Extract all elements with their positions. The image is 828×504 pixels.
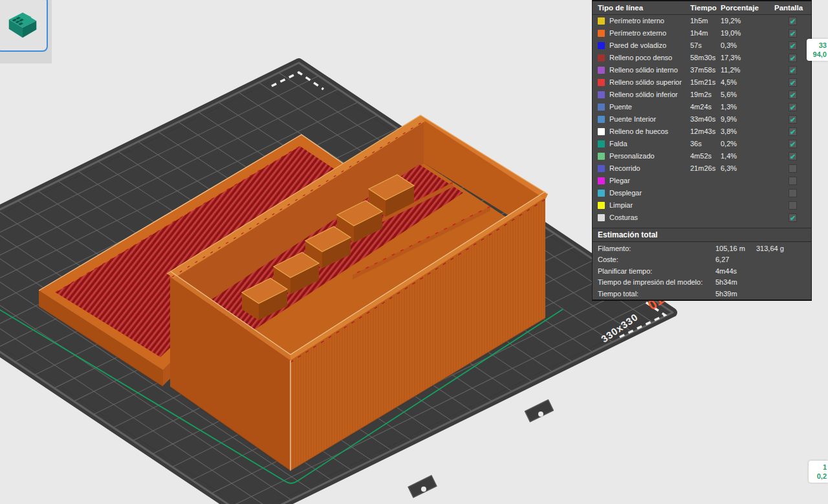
- line-time-value: 37m58s: [690, 64, 715, 76]
- display-checkbox[interactable]: ✔: [789, 78, 797, 87]
- line-time-value: 15m21s: [690, 76, 715, 89]
- line-type-color-chip: [598, 79, 605, 86]
- display-checkbox[interactable]: ✔: [789, 66, 797, 74]
- display-checkbox[interactable]: ✔: [789, 115, 797, 124]
- checkmark-icon: ✔: [789, 30, 796, 38]
- line-percentage-value: 4,5%: [721, 76, 737, 89]
- legend-row: Pared de voladizo57s0,3%✔: [593, 39, 811, 52]
- display-checkbox[interactable]: ✔: [789, 103, 797, 111]
- line-type-color-chip: [598, 190, 605, 197]
- legend-row: Recorrido21m26s6,3%: [593, 162, 811, 175]
- display-checkbox[interactable]: ✔: [789, 29, 797, 38]
- display-checkbox[interactable]: ✔: [789, 54, 797, 62]
- line-type-label: Relleno sólido inferior: [609, 89, 678, 101]
- line-percentage-value: 5,6%: [721, 89, 737, 101]
- line-type-color-chip: [598, 54, 605, 61]
- legend-row: Relleno sólido inferior19m2s5,6%✔: [593, 89, 811, 101]
- checkmark-icon: ✔: [789, 42, 796, 50]
- totals-rows: Filamento:105,16 m313,64 gCoste:6,27Plan…: [593, 242, 811, 300]
- display-checkbox[interactable]: ✔: [789, 214, 797, 222]
- display-checkbox[interactable]: [789, 189, 797, 197]
- total-label: Coste:: [598, 254, 618, 265]
- line-type-color-chip: [598, 140, 605, 148]
- total-value: 105,16 m: [715, 243, 745, 254]
- line-time-value: 21m26s: [690, 162, 715, 175]
- legend-row: Personalizado4m52s1,4%✔: [593, 150, 811, 162]
- display-checkbox[interactable]: [789, 201, 797, 210]
- line-time-value: 4m24s: [690, 101, 712, 113]
- checkmark-icon: ✔: [789, 104, 796, 111]
- line-type-label: Pared de voladizo: [609, 39, 666, 52]
- legend-header-row: Tipo de línea Tiempo Porcentaje Pantalla: [593, 1, 811, 15]
- checkmark-icon: ✔: [789, 128, 796, 136]
- line-type-label: Perímetro externo: [609, 27, 666, 39]
- line-percentage-value: 9,9%: [721, 113, 737, 126]
- total-row: Filamento:105,16 m313,64 g: [593, 243, 811, 254]
- line-type-label: Puente Interior: [609, 113, 656, 126]
- line-type-color-chip: [598, 17, 605, 25]
- line-time-value: 33m40s: [690, 113, 715, 126]
- line-percentage-value: 0,3%: [721, 39, 737, 52]
- display-checkbox[interactable]: ✔: [789, 152, 797, 160]
- line-percentage-value: 19,2%: [721, 15, 741, 27]
- line-type-color-chip: [598, 91, 605, 98]
- total-row: Coste:6,27: [593, 254, 811, 265]
- bottom-tooltip-line1: 1: [812, 463, 827, 472]
- line-type-label: Recorrido: [609, 162, 640, 175]
- line-percentage-value: 0,2%: [721, 138, 737, 150]
- plate-thumbnail-selected[interactable]: [0, 0, 48, 52]
- checkmark-icon: ✔: [789, 140, 796, 148]
- line-time-value: 4m52s: [690, 150, 712, 162]
- display-checkbox[interactable]: ✔: [789, 140, 797, 148]
- column-time: Tiempo: [690, 1, 717, 14]
- line-type-color-chip: [598, 202, 605, 209]
- display-checkbox[interactable]: ✔: [789, 91, 797, 99]
- total-value: 5h34m: [715, 277, 737, 288]
- legend-row: Puente4m24s1,3%✔: [593, 101, 811, 113]
- legend-row: Relleno sólido interno37m58s11,2%✔: [593, 64, 811, 76]
- line-time-value: 58m30s: [690, 52, 715, 64]
- total-row: Tiempo total:5h39m: [593, 289, 811, 300]
- display-checkbox[interactable]: ✔: [789, 41, 797, 50]
- line-time-value: 12m43s: [690, 126, 715, 138]
- checkmark-icon: ✔: [789, 153, 796, 160]
- checkmark-icon: ✔: [789, 116, 796, 124]
- legend-row: Limpiar: [593, 199, 811, 212]
- line-time-value: 57s: [690, 39, 702, 52]
- layer-slider-bottom-tooltip: 1 0,2: [809, 461, 828, 483]
- column-display: Pantalla: [774, 1, 803, 14]
- line-percentage-value: 6,3%: [721, 162, 737, 175]
- total-value-2: 313,64 g: [756, 243, 784, 254]
- line-type-label: Personalizado: [609, 150, 655, 162]
- line-type-label: Desplegar: [609, 187, 642, 199]
- total-row: Tiempo de impresión del modelo:5h34m: [593, 277, 811, 288]
- legend-row: Relleno sólido superior15m21s4,5%✔: [593, 76, 811, 89]
- bottom-tooltip-line2: 0,2: [812, 472, 827, 481]
- line-type-color-chip: [598, 165, 605, 172]
- display-checkbox[interactable]: ✔: [789, 127, 797, 136]
- line-time-value: 1h5m: [690, 15, 708, 27]
- checkmark-icon: ✔: [789, 79, 796, 87]
- checkmark-icon: ✔: [789, 214, 796, 222]
- line-type-label: Costuras: [609, 212, 638, 224]
- legend-row: Perímetro externo1h4m19,0%✔: [593, 27, 811, 39]
- plate-thumbnail-model: [4, 8, 41, 40]
- line-type-color-chip: [598, 116, 605, 123]
- line-percentage-value: 19,0%: [721, 27, 741, 39]
- display-checkbox[interactable]: [789, 164, 797, 173]
- line-type-label: Relleno sólido interno: [609, 64, 678, 76]
- line-percentage-value: 1,3%: [721, 101, 737, 113]
- total-value: 5h39m: [715, 289, 737, 300]
- display-checkbox[interactable]: [789, 177, 797, 185]
- line-type-color-chip: [598, 104, 605, 111]
- total-label: Planificar tiempo:: [598, 266, 652, 277]
- legend-row: Plegar: [593, 175, 811, 187]
- line-type-label: Falda: [609, 138, 627, 150]
- line-type-color-chip: [598, 214, 605, 221]
- legend-row: Relleno poco denso58m30s17,3%✔: [593, 52, 811, 64]
- display-checkbox[interactable]: ✔: [789, 17, 797, 25]
- legend-row: Puente Interior33m40s9,9%✔: [593, 113, 811, 126]
- legend-rows: Perímetro interno1h5m19,2%✔Perímetro ext…: [593, 15, 811, 224]
- layer-slider-top-tooltip: 33 94,0: [807, 39, 828, 61]
- checkmark-icon: ✔: [789, 91, 796, 99]
